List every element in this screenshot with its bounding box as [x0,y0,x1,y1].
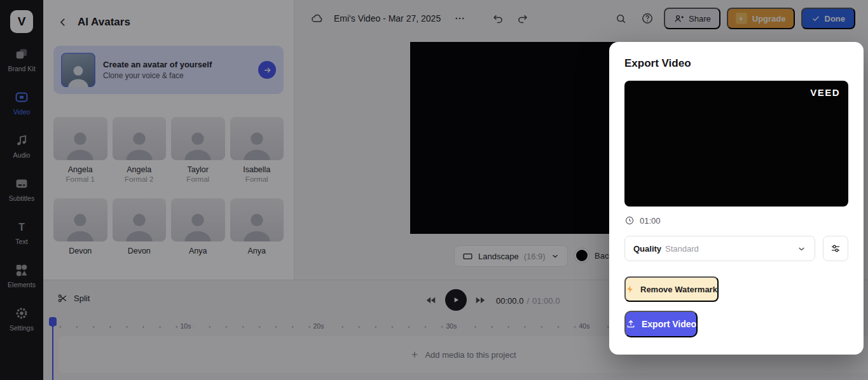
chevron-down-icon [797,244,806,254]
export-video-modal: Export Video VEED 01:00 Quality Standard… [609,42,864,355]
duration-row: 01:00 [624,215,848,226]
modal-title: Export Video [624,57,848,70]
export-video-button[interactable]: Export Video [624,311,698,337]
clock-icon [624,215,635,226]
lightning-icon [626,285,635,294]
export-preview: VEED [624,81,848,207]
remove-watermark-button[interactable]: Remove Watermark [624,276,719,302]
veed-watermark: VEED [810,87,840,98]
duration-value: 01:00 [640,216,661,226]
advanced-settings-button[interactable] [823,236,848,261]
quality-row: Quality Standard [624,236,848,261]
quality-dropdown[interactable]: Quality Standard [624,236,815,261]
app-window: V Brand Kit Video Audio Subtitles T Text… [0,0,868,380]
sliders-icon [830,243,841,254]
upload-icon [626,319,636,329]
